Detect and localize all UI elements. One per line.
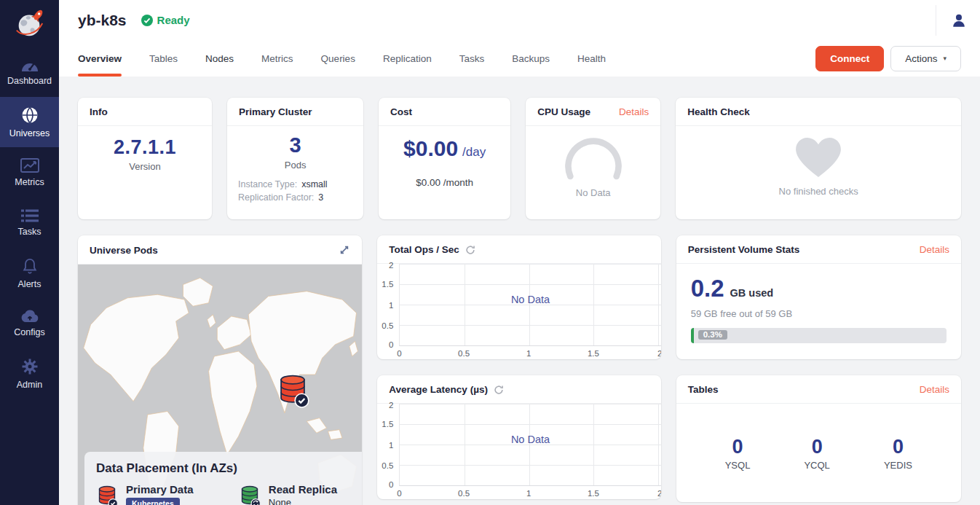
sidebar-item-admin[interactable]: Admin [0,348,59,399]
x-axis: 0 0.5 1 1.5 2 [399,487,660,499]
check-circle-icon [141,15,153,26]
yugabyte-logo[interactable] [0,0,59,47]
topbar-right [936,5,967,36]
cost-card: Cost $0.00 /day $0.00 /month [379,98,510,219]
average-latency-chart: 2 1.5 1 0.5 0 No Data [377,404,660,499]
pods-count: 3 [290,133,301,157]
overview-content: Info 2.7.1.1 Version Primary Cluster 3 P… [59,77,980,505]
charts-column: Total Ops / Sec 2 1.5 1 [377,235,660,505]
refresh-icon[interactable] [465,245,475,255]
primary-data-legend: Primary Data Kubernetes 1 Region, 3 AZS,… [96,483,239,505]
actions-label: Actions [905,53,937,64]
total-ops-chart: 2 1.5 1 0.5 0 No Data [377,264,660,359]
status-label: Ready [157,14,190,26]
card-title: CPU Usage [537,106,590,117]
header-actions: Connect Actions ▾ [815,40,961,77]
sidebar-item-metrics[interactable]: Metrics [0,147,59,197]
total-ops-card: Total Ops / Sec 2 1.5 1 [377,235,660,359]
tab-metrics[interactable]: Metrics [261,40,293,77]
y-axis: 2 1.5 1 0.5 0 [377,264,396,346]
globe-icon [21,106,39,124]
tasks-list-icon [21,209,39,222]
stats-column: Persistent Volume Stats Details 0.2 GB u… [676,235,961,505]
sidebar-item-label: Dashboard [7,76,52,86]
no-data-label: No Data [511,294,550,305]
cpu-usage-card: CPU Usage Details No Data [526,98,660,219]
y-axis: 2 1.5 1 0.5 0 [377,404,396,486]
sidebar-item-tasks[interactable]: Tasks [0,197,59,248]
alerts-bell-icon [22,257,38,275]
sidebar-item-alerts[interactable]: Alerts [0,248,59,298]
dashboard-gauge-icon [20,58,39,71]
universe-tabs: Overview Tables Nodes Metrics Queries Re… [78,40,606,77]
tab-queries[interactable]: Queries [321,40,355,77]
tab-overview[interactable]: Overview [78,40,122,77]
tab-tasks[interactable]: Tasks [459,40,485,77]
expand-icon[interactable] [339,244,350,256]
tables-details-link[interactable]: Details [920,384,949,395]
card-title: Average Latency (µs) [389,384,504,395]
sidebar-item-label: Admin [17,380,42,390]
card-title: Tables [688,384,719,395]
plot-area: No Data [399,264,660,346]
primary-data-marker-icon[interactable] [276,372,309,409]
data-placement-title: Data Placement (In AZs) [96,461,355,476]
world-map[interactable]: Data Placement (In AZs) [78,265,362,505]
sidebar-item-universes[interactable]: Universes [0,97,59,147]
universe-pods-card: Universe Pods [78,235,362,505]
sidebar-item-label: Metrics [15,177,44,187]
primary-cluster-card: Primary Cluster 3 Pods Instance Type:xsm… [227,98,363,219]
yedis-count-item: 0 YEDIS [884,436,912,471]
tab-backups[interactable]: Backups [512,40,550,77]
chevron-down-icon: ▾ [943,55,947,62]
sidebar-item-label: Tasks [18,227,42,237]
version-caption: Version [129,161,160,172]
provider-badge: Kubernetes [126,498,180,505]
sidebar-item-dashboard[interactable]: Dashboard [0,47,59,97]
replication-factor-row: Replication Factor:3 [238,192,352,203]
cpu-no-data-label: No Data [576,187,611,198]
card-title: Total Ops / Sec [389,244,475,255]
cpu-details-link[interactable]: Details [619,106,649,117]
pv-usage-bar: 0.3% [691,328,947,343]
connect-button[interactable]: Connect [815,46,884,71]
ysql-count-item: 0 YSQL [725,436,751,471]
refresh-icon[interactable] [494,385,504,395]
sidebar-item-label: Configs [14,327,44,337]
topbar: yb-k8s Ready Overview Table [59,0,980,77]
pv-usage-percent: 0.3% [698,330,727,340]
status-badge: Ready [141,14,190,26]
sidebar: Dashboard Universes Metrics [0,0,59,505]
main-column: yb-k8s Ready Overview Table [59,0,980,505]
sidebar-item-label: Alerts [18,279,42,289]
ycql-count-item: 0 YCQL [804,436,829,471]
plot-area: No Data [399,404,660,486]
x-axis: 0 0.5 1 1.5 2 [399,347,660,359]
user-profile-icon[interactable] [951,12,967,28]
info-card: Info 2.7.1.1 Version [78,98,212,219]
pods-caption: Pods [285,160,307,171]
read-replica-label: Read Replica [269,483,337,496]
tab-tables[interactable]: Tables [149,40,178,77]
tables-card: Tables Details 0 YSQL 0 YCQL [676,375,961,502]
tab-replication[interactable]: Replication [383,40,432,77]
heart-icon [796,138,841,179]
read-replica-legend: Read Replica None [239,483,337,505]
persistent-volume-card: Persistent Volume Stats Details 0.2 GB u… [676,235,961,359]
instance-type-row: Instance Type:xsmall [238,179,352,189]
tab-nodes[interactable]: Nodes [205,40,234,77]
tab-health[interactable]: Health [577,40,606,77]
globe-rocket-logo-icon [13,7,47,40]
pv-used-value: 0.2 [691,275,724,302]
card-title: Info [90,106,108,117]
cluster-details: Instance Type:xsmall Replication Factor:… [227,171,363,203]
card-title: Health Check [687,106,750,117]
pv-details-link[interactable]: Details [920,244,949,255]
pv-used-unit: GB used [730,287,774,299]
sidebar-item-configs[interactable]: Configs [0,298,59,348]
lower-grid: Universe Pods [78,235,961,505]
primary-data-db-icon [96,483,118,505]
actions-dropdown-button[interactable]: Actions ▾ [890,46,961,71]
admin-gear-icon [21,358,39,375]
pv-free-label: 59 GB free out of 59 GB [691,308,947,319]
